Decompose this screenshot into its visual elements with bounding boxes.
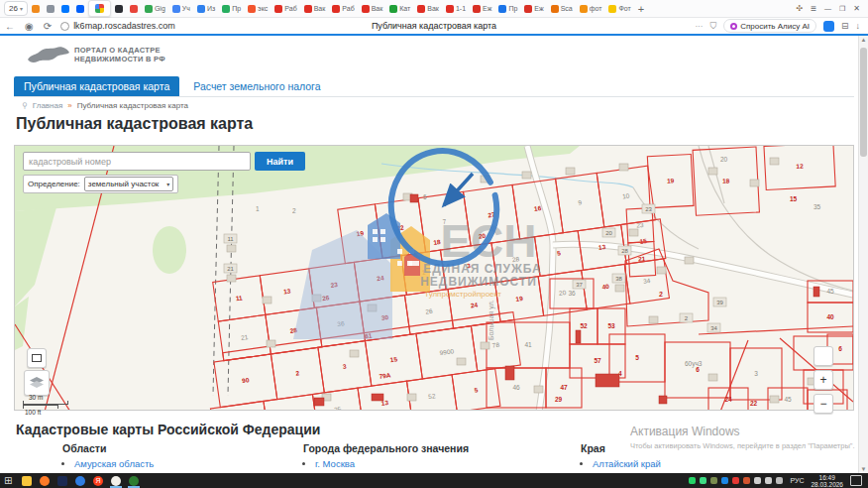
ask-alice-button[interactable]: Спросить Алису AI <box>723 19 816 33</box>
browser-tab[interactable] <box>58 2 72 16</box>
search-input[interactable] <box>23 152 251 171</box>
browser-tab[interactable]: Раб <box>329 2 357 16</box>
parcel-number: 40 <box>826 313 834 320</box>
browser-tab[interactable] <box>112 2 126 16</box>
shield-icon[interactable]: ◉ <box>25 21 34 32</box>
parcel-number: 21 <box>241 333 250 341</box>
portal-logo <box>26 44 71 69</box>
minimize-button[interactable]: — <box>824 5 831 12</box>
browser-tab[interactable]: Вак <box>301 2 329 16</box>
scale-bar: 30 m 100 ft <box>23 394 68 416</box>
browser-tab[interactable]: Уч <box>169 2 193 16</box>
scroll-up-icon[interactable]: ▲ <box>860 37 867 43</box>
close-button[interactable]: ✕ <box>853 4 860 13</box>
extent-button[interactable] <box>27 348 47 368</box>
alice-label: Спросить Алису AI <box>740 22 810 31</box>
yandex-tray-icon[interactable] <box>732 477 739 484</box>
footer-column-title: Области <box>62 442 176 454</box>
reload-button[interactable]: ⟳ <box>44 21 52 32</box>
object-type-select[interactable]: земельный участок ▾ <box>84 177 174 191</box>
vlc-icon[interactable] <box>743 477 750 484</box>
browser-tab[interactable] <box>127 2 141 16</box>
browser-tab[interactable]: Фот <box>605 2 633 16</box>
browser-tab[interactable]: Пр <box>495 2 520 16</box>
browser-tab[interactable]: Кат <box>386 2 413 16</box>
parcel-number: 19 <box>515 295 524 303</box>
new-tab-button[interactable]: + <box>635 2 647 16</box>
download-icon[interactable]: ↓ <box>856 21 861 31</box>
start-icon[interactable]: ⊞ <box>0 473 18 488</box>
browser-tab[interactable]: Вак <box>359 2 386 16</box>
nav-tab-land-tax[interactable]: Расчет земельного налога <box>193 76 330 96</box>
tab-label: Sca <box>561 5 573 12</box>
url-box[interactable]: lk6map.roscadastres.com <box>60 21 175 31</box>
tab-favicon <box>332 5 340 13</box>
tab-counter[interactable]: 26 ▾ <box>4 1 28 16</box>
yandex-browser-icon[interactable]: Я <box>89 473 107 488</box>
browser-tab-active[interactable] <box>88 0 111 17</box>
browser-address-bar: ← ◉ ⟳ lk6map.roscadastres.com Публичная … <box>0 18 868 34</box>
scrollbar-thumb[interactable] <box>860 48 867 157</box>
breadcrumb-home-link[interactable]: Главная <box>33 101 62 110</box>
tab-favicon <box>76 5 84 13</box>
shield-icon[interactable] <box>700 477 706 484</box>
browser-tab-strip: 26 ▾ GigУчИзПрэксРабВакРабВакКатВак1-1Еж… <box>0 0 868 18</box>
volume-icon[interactable] <box>754 477 761 484</box>
sidebar-panels-icon[interactable]: ⊟ <box>841 21 849 31</box>
taskbar-clock[interactable]: 16:49 28.03.2026 <box>811 474 843 488</box>
kadastr-app-icon[interactable] <box>125 473 143 488</box>
eagle-app-icon[interactable] <box>107 473 125 488</box>
teams-icon[interactable] <box>54 473 71 488</box>
browser-tab[interactable] <box>44 2 57 16</box>
bookmark-icon[interactable]: ⛉ <box>709 21 716 32</box>
page-scrollbar[interactable]: ▲ ▼ <box>858 36 868 473</box>
back-button[interactable]: ← <box>5 21 15 32</box>
browser-tab[interactable]: экс <box>245 2 271 16</box>
browser-sphere-icon[interactable] <box>71 473 89 488</box>
parcel-number: 34 <box>643 277 652 285</box>
registered-building <box>314 398 324 406</box>
restore-button[interactable]: ❐ <box>839 5 845 13</box>
browser-tab[interactable] <box>73 2 87 16</box>
explorer-icon[interactable] <box>18 473 36 488</box>
scroll-down-icon[interactable]: ▼ <box>860 466 867 472</box>
browser-tab[interactable]: Gig <box>142 2 168 16</box>
language-indicator[interactable]: РУС <box>790 477 804 484</box>
notification-center-icon[interactable] <box>850 475 862 486</box>
search-button[interactable]: Найти <box>255 152 305 171</box>
more-icon[interactable]: ··· <box>695 22 703 31</box>
browser-tab[interactable]: Из <box>194 2 218 16</box>
network-icon[interactable] <box>765 477 772 484</box>
ink-icon[interactable] <box>776 477 783 484</box>
map-pin-icon[interactable] <box>36 473 54 488</box>
browser-tab[interactable]: Еж <box>470 2 494 16</box>
yandex-beta-icon[interactable]: ✣ <box>796 4 803 13</box>
browser-tab[interactable] <box>29 2 43 16</box>
building <box>263 297 271 304</box>
whatsapp-icon[interactable] <box>689 477 696 484</box>
card-icon[interactable] <box>710 477 717 484</box>
browser-tab[interactable]: фот <box>577 2 605 16</box>
messenger-icon[interactable] <box>823 21 834 32</box>
zoom-in-button[interactable]: + <box>814 370 833 390</box>
browser-tab[interactable]: Еж <box>521 2 546 16</box>
browser-tab[interactable]: Пр <box>219 2 244 16</box>
footer-link[interactable]: Алтайский край <box>593 458 661 469</box>
browser-tab[interactable]: 1-1 <box>443 2 469 16</box>
browser-tab[interactable]: Вак <box>414 2 442 16</box>
map-label: 20 <box>720 156 728 163</box>
tab-count-value: 26 <box>9 4 18 13</box>
nav-tab-public-map[interactable]: Публичная кадастровая карта <box>14 76 179 96</box>
map-container[interactable]: 1922718272016910111323262413285131521283… <box>14 145 854 411</box>
parcel-number: 24 <box>724 396 732 403</box>
zoom-out-button[interactable]: − <box>814 394 833 414</box>
menu-icon[interactable]: ≡ <box>811 3 816 14</box>
footer-link[interactable]: г. Москва <box>315 458 355 469</box>
browser-tab[interactable]: Sca <box>548 2 576 16</box>
geolocation-button[interactable] <box>814 346 833 366</box>
play-icon[interactable] <box>721 477 728 484</box>
browser-tab[interactable]: Раб <box>271 2 299 16</box>
footer-link[interactable]: Амурская область <box>74 458 154 469</box>
parcel-number: 90 <box>242 376 251 384</box>
layers-button[interactable] <box>24 370 50 396</box>
